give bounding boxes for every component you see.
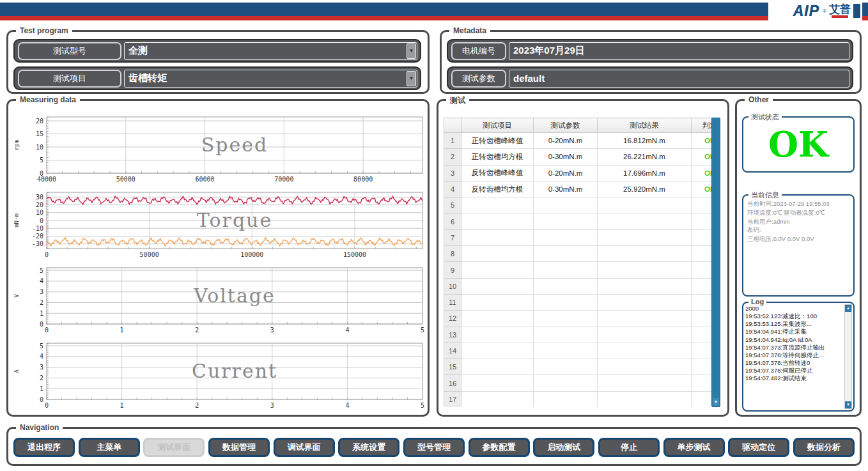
row-number: 16 <box>444 375 461 391</box>
table-row[interactable]: 11 <box>444 294 721 310</box>
svg-text:-10: -10 <box>32 225 43 232</box>
metadata-legend: Metadata <box>449 26 490 35</box>
svg-text:0: 0 <box>45 402 49 409</box>
table-row[interactable]: 2正转齿槽均方根0-30mN.m26.221mN.mOK <box>444 149 721 165</box>
table-row[interactable]: 17 <box>444 391 721 407</box>
nav-button-8[interactable]: 启动测试 <box>533 438 594 457</box>
test-model-dropdown[interactable]: 全测 ▼ <box>124 42 417 60</box>
svg-text:Speed: Speed <box>201 134 268 156</box>
table-row[interactable]: 16 <box>444 375 721 391</box>
nav-button-7[interactable]: 参数配置 <box>469 438 530 457</box>
test-status-legend: 测试状态 <box>748 112 782 122</box>
nav-button-9[interactable]: 停止 <box>598 438 660 457</box>
table-row[interactable]: 4反转齿槽均方根0-30mN.m25.920mN.mOK <box>444 181 721 197</box>
nav-button-5[interactable]: 系统设置 <box>338 438 399 457</box>
nav-button-11[interactable]: 驱动定位 <box>728 438 789 457</box>
table-cell <box>461 246 534 262</box>
row-number: 9 <box>444 262 461 278</box>
svg-text:50000: 50000 <box>116 176 136 183</box>
motor-id-field[interactable]: 2023年07月29日 <box>509 42 849 60</box>
table-cell <box>461 213 534 229</box>
table-row[interactable]: 5 <box>444 197 721 213</box>
current-info-lines: 当前时间:2023-07-29 19:55:03环境温度:0℃ 驱动器温度:0℃… <box>743 196 853 247</box>
svg-text:A: A <box>13 369 20 373</box>
svg-text:3: 3 <box>40 364 43 371</box>
row-number: 6 <box>444 213 461 229</box>
svg-text:1: 1 <box>120 327 124 334</box>
test-status-box: 测试状态 OK <box>742 116 855 173</box>
test-item-value: 齿槽转矩 <box>125 72 407 84</box>
row-number: 2 <box>444 149 461 165</box>
svg-text:20: 20 <box>36 201 43 208</box>
table-row[interactable]: 14 <box>444 343 721 359</box>
test-item-dropdown[interactable]: 齿槽转矩 ▼ <box>124 70 417 88</box>
table-cell <box>534 375 598 391</box>
table-row[interactable]: 12 <box>444 311 721 327</box>
nav-button-1[interactable]: 主菜单 <box>79 438 140 457</box>
row-number: 14 <box>444 343 461 359</box>
chevron-down-icon[interactable]: ▼ <box>407 43 416 59</box>
test-param-field[interactable]: default <box>509 70 849 88</box>
table-cell <box>534 197 598 213</box>
table-row[interactable]: 10 <box>444 278 721 294</box>
navigation-legend: Navigation <box>16 423 63 432</box>
log-line: 2000 <box>745 305 843 313</box>
test-status-value: OK <box>743 118 853 171</box>
table-row[interactable]: 8 <box>444 246 721 262</box>
chevron-down-icon[interactable]: ▼ <box>407 71 416 86</box>
table-cell <box>534 391 598 407</box>
log-line: 19:54:07.378:当前转速0 <box>745 359 843 367</box>
info-line: 环境温度:0℃ 驱动器温度:0℃ <box>747 208 849 217</box>
measuring-data-legend: Measuring data <box>16 95 80 104</box>
svg-text:150000: 150000 <box>343 251 366 258</box>
table-scrollbar[interactable]: ▼ <box>711 118 720 407</box>
table-header: 测试参数 <box>534 118 598 133</box>
nav-button-10[interactable]: 单步测试 <box>663 438 725 457</box>
table-row[interactable]: 9 <box>444 262 721 278</box>
other-group: Other 测试状态 OK 当前信息 当前时间:2023-07-29 19:55… <box>735 99 862 417</box>
svg-text:5: 5 <box>421 327 424 334</box>
table-row[interactable]: 3反转齿槽峰峰值0-20mN.m17.696mN.mOK <box>444 165 721 181</box>
scroll-up-icon[interactable]: ▲ <box>845 305 851 312</box>
svg-text:4: 4 <box>40 353 43 360</box>
row-number: 15 <box>444 359 461 375</box>
svg-text:4: 4 <box>40 277 43 284</box>
table-cell <box>598 246 692 262</box>
table-cell <box>534 262 598 278</box>
logo-cn-text: 艾普 <box>829 4 851 15</box>
svg-text:rpm: rpm <box>13 140 20 150</box>
nav-button-6[interactable]: 型号管理 <box>403 438 465 457</box>
voltage-chart: 012345012345VVoltage <box>11 263 428 339</box>
table-cell <box>461 197 534 213</box>
metadata-group: Metadata 电机编号 2023年07月29日 测试参数 default <box>440 30 862 94</box>
motor-id-label: 电机编号 <box>451 42 506 60</box>
scroll-down-icon[interactable]: ▼ <box>713 398 719 406</box>
test-program-legend: Test program <box>16 26 72 35</box>
nav-button-12[interactable]: 数据分析 <box>793 438 855 457</box>
log-line: 19:54:07.378:等待伺服停止... <box>745 351 843 359</box>
nav-button-3[interactable]: 数据管理 <box>208 438 270 457</box>
navigation-group: Navigation 退出程序主菜单测试界面数据管理调试界面系统设置型号管理参数… <box>6 427 862 466</box>
log-output[interactable]: 200019:53:52.123:减速比：10019:53:53.125:采集波… <box>745 305 843 408</box>
table-row[interactable]: 1正转齿槽峰峰值0-20mN.m16.812mN.mOK <box>444 133 721 149</box>
table-row[interactable]: 13 <box>444 327 721 343</box>
table-cell <box>598 262 692 278</box>
nav-button-0[interactable]: 退出程序 <box>13 438 75 457</box>
current-info-box: 当前信息 当前时间:2023-07-29 19:55:03环境温度:0℃ 驱动器… <box>742 194 855 297</box>
table-cell: 反转齿槽峰峰值 <box>461 165 534 181</box>
table-row[interactable]: 6 <box>444 213 721 229</box>
table-cell <box>534 359 598 375</box>
svg-text:5: 5 <box>40 157 43 164</box>
test-item-label: 测试项目 <box>18 70 121 88</box>
table-cell <box>461 229 534 245</box>
scroll-down-icon[interactable]: ▼ <box>845 401 851 408</box>
table-cell <box>598 327 692 343</box>
table-row[interactable]: 15 <box>444 359 721 375</box>
table-cell <box>534 311 598 327</box>
logo-aip-text: AIP <box>793 4 819 19</box>
table-cell <box>598 229 692 245</box>
svg-text:0: 0 <box>40 217 43 224</box>
log-scrollbar[interactable]: ▲ ▼ <box>844 304 852 409</box>
nav-button-4[interactable]: 调试界面 <box>274 438 335 457</box>
table-row[interactable]: 7 <box>444 229 721 245</box>
